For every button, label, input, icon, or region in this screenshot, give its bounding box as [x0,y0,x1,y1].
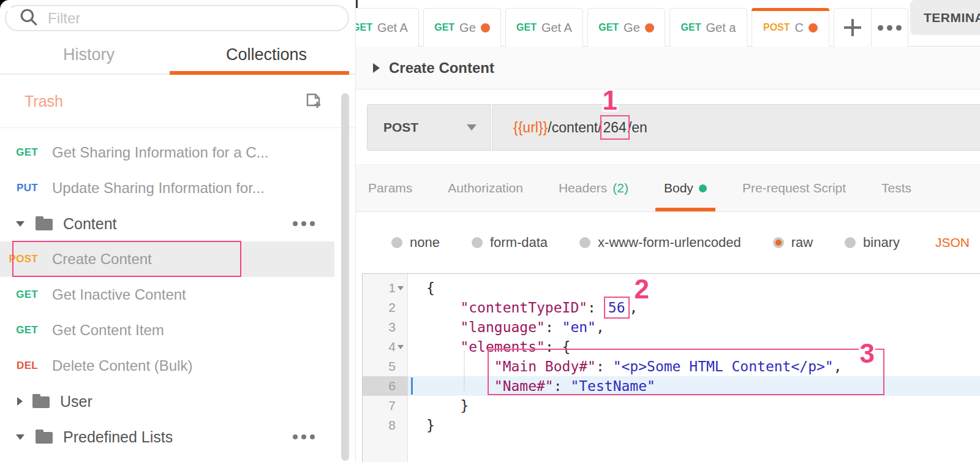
folder-menu-icon[interactable] [293,434,315,439]
bodytype-none[interactable]: none [391,235,440,251]
annotation-box-sidebar [12,241,241,277]
tab-title: Ge [459,21,476,35]
tab-options-button[interactable] [872,9,908,47]
json-number: 56 [608,300,625,316]
line-number: 6 [388,379,396,393]
tab-controls [834,8,908,47]
filter-box[interactable] [5,5,349,31]
fold-caret-icon[interactable] [398,345,404,349]
folder-row-user[interactable]: User [0,384,355,419]
folder-icon [36,432,53,444]
content-type-id-annotation-box: 562 [604,297,630,319]
request-tab[interactable]: GET Get a [669,8,747,47]
radio-icon[interactable] [391,237,402,248]
sidebar-scrollbar[interactable] [341,93,349,461]
tab-pre-request-script[interactable]: Pre-request Script [742,165,846,211]
request-label: Get Content Item [52,322,164,339]
filter-input[interactable] [48,10,293,27]
folder-label: Predefined Lists [63,428,173,446]
folder-collapsed-caret-icon[interactable] [17,397,23,406]
folder-menu-icon[interactable] [293,221,315,226]
new-tab-button[interactable] [834,9,872,47]
url-row: POST {{url}}/content/2641/en [356,89,980,164]
radio-label: x-www-form-urlencoded [598,235,741,251]
bodytype-raw[interactable]: raw [773,235,813,251]
request-tab-active[interactable]: POST C [752,8,829,47]
bodytype-urlencoded[interactable]: x-www-form-urlencoded [579,235,741,251]
radio-icon[interactable] [472,237,483,248]
request-tabbar: GET Get A GET Ge GET Get A GET Ge GET Ge… [356,0,980,47]
code-line[interactable]: 5 "Main Body#": "<p>Some HTML Content</p… [363,357,980,376]
tab-collections[interactable]: Collections [178,36,355,74]
unsaved-dot-icon [481,23,490,32]
request-tab[interactable]: GET Ge [587,8,665,47]
tab-label: Headers [559,181,607,195]
code-line[interactable]: 8 } [363,415,980,435]
terminal-label: TERMINAL [924,10,980,25]
pane-divider [356,0,358,8]
json-key: "Name#" [494,378,554,394]
code-line[interactable]: 2 "contentTypeID": 562, [363,298,980,317]
tab-authorization[interactable]: Authorization [448,165,523,211]
method-badge: GET [0,324,38,336]
radio-icon[interactable] [579,237,590,248]
annotation-number-2: 2 [635,276,649,303]
tab-body[interactable]: Body [664,165,707,211]
request-tab[interactable]: GET Ge [423,8,501,47]
method-badge: GET [0,146,38,159]
request-label: Update Sharing Information for... [52,180,265,197]
code-line[interactable]: 3 "language": "en", [363,317,980,337]
text-cursor [411,377,413,395]
body-editor[interactable]: 1 { 2 "contentTypeID": 562, 3 "language"… [362,273,980,462]
code-line-active[interactable]: 6 "Name#": "TestName" [363,376,980,396]
format-select[interactable]: JSON [935,235,970,250]
method-badge: GET [0,289,38,301]
list-item-request[interactable]: DEL Delete Content (Bulk) [0,348,355,384]
collection-tree: GET Get Sharing Information for a C... P… [0,135,355,455]
method-select[interactable]: POST [367,104,491,151]
tab-params[interactable]: Params [368,165,412,211]
method-badge: DEL [0,360,38,372]
tab-method: POST [763,22,790,33]
code-line[interactable]: 1 { [363,278,980,298]
request-tab[interactable]: GET Get A [355,8,419,47]
tab-history[interactable]: History [0,36,178,74]
list-item-request[interactable]: GET Get Inactive Content [0,277,355,312]
folder-open-caret-icon[interactable] [16,221,24,227]
tab-label: Params [368,181,412,195]
main-panel: GET Get A GET Ge GET Get A GET Ge GET Ge… [355,0,980,462]
folder-open-caret-icon[interactable] [16,434,24,440]
request-label: Get Inactive Content [52,286,186,303]
search-icon [18,7,39,30]
json-key: "contentTypeID" [460,300,587,316]
code-line[interactable]: 7 } [363,396,980,415]
tab-tests[interactable]: Tests [881,165,911,211]
tab-label: Tests [881,181,911,195]
url-input[interactable]: {{url}}/content/2641/en [492,104,980,151]
bodytype-binary[interactable]: binary [845,235,900,251]
list-item-request[interactable]: PUT Update Sharing Information for... [0,170,355,206]
list-item-request[interactable]: GET Get Content Item [0,312,355,348]
radio-selected-icon[interactable] [773,237,784,248]
terminal-panel[interactable]: TERMINAL [910,0,980,35]
tab-title: Ge [624,21,640,35]
trash-link[interactable]: Trash [24,93,63,110]
url-path-suffix: /en [628,119,647,136]
collapse-caret-icon[interactable] [373,63,380,73]
sidebar: History Collections Trash GET Get Sharin… [0,0,355,462]
tab-headers[interactable]: Headers(2) [559,165,628,211]
code-line[interactable]: 4 "elements": { [363,337,980,357]
fold-caret-icon[interactable] [398,286,404,290]
json-key: "elements" [460,339,545,355]
radio-label: none [410,235,440,251]
bodytype-form-data[interactable]: form-data [472,235,548,251]
list-item-request[interactable]: GET Get Sharing Information for a C... [0,135,355,170]
radio-label: form-data [490,235,548,251]
list-item-create-content[interactable]: POST Create Content [0,241,355,277]
radio-icon[interactable] [845,237,856,248]
folder-row-content[interactable]: Content [0,206,355,241]
new-collection-icon[interactable] [304,90,323,112]
request-tab[interactable]: GET Get A [505,8,583,47]
folder-row-predefined-lists[interactable]: Predefined Lists [0,419,355,455]
tab-method: GET [355,22,372,33]
